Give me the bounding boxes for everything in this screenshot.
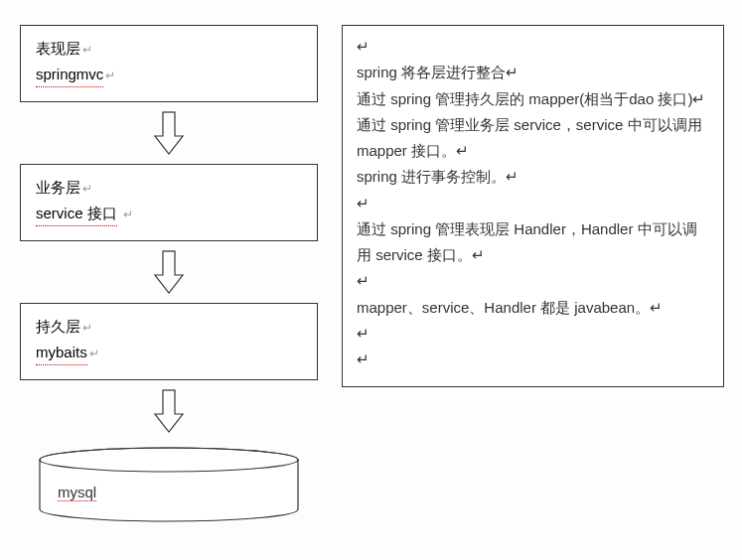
return-mark: ↵ [123, 208, 133, 221]
arrow-down-3 [20, 380, 318, 442]
desc-line: spring 将各层进行整合↵ [357, 60, 709, 85]
arrow-down-icon [149, 388, 189, 434]
return-mark: ↵ [82, 321, 92, 335]
description-box: ↵ spring 将各层进行整合↵ 通过 spring 管理持久层的 mappe… [342, 25, 724, 387]
layer-title: 持久层↵ [36, 314, 302, 340]
desc-line: ↵ [357, 34, 709, 60]
desc-line: 通过 spring 管理表现层 Handler，Handler 中可以调用 se… [357, 216, 709, 269]
layer-title-text: 持久层 [36, 318, 80, 335]
database-label: mysql [58, 484, 96, 500]
layer-title-text: 业务层 [36, 179, 80, 196]
return-mark: ↵ [82, 43, 92, 57]
arrow-down-icon [149, 110, 189, 156]
database-cylinder: mysql [30, 446, 308, 525]
svg-rect-8 [164, 413, 175, 416]
layer-tech-row: springmvc↵ [36, 62, 302, 87]
desc-line: ↵ [357, 321, 709, 347]
svg-marker-4 [155, 275, 183, 293]
desc-line: 通过 spring 管理业务层 service，service 中可以调用 ma… [357, 112, 709, 165]
arrow-down-icon [149, 249, 189, 295]
layer-tech-text: mybaits [36, 340, 87, 365]
desc-line: mapper、service、Handler 都是 javabean。↵ [357, 295, 709, 321]
desc-line: ↵ [357, 268, 709, 294]
architecture-column: 表现层↵ springmvc↵ 业务层↵ service 接口 ↵ 持久层↵ [20, 25, 318, 525]
svg-rect-5 [164, 274, 175, 277]
layer-tech-row: mybaits↵ [36, 340, 302, 365]
desc-line: ↵ [357, 191, 709, 216]
desc-line: 通过 spring 管理持久层的 mapper(相当于dao 接口)↵ [357, 86, 709, 112]
arrow-down-2 [20, 241, 318, 303]
svg-marker-7 [155, 414, 183, 432]
svg-marker-1 [155, 136, 183, 154]
layer-persistence: 持久层↵ mybaits↵ [20, 303, 318, 380]
return-mark: ↵ [82, 182, 92, 196]
layer-tech-text: springmvc [36, 62, 103, 87]
return-mark: ↵ [89, 347, 99, 360]
svg-rect-3 [163, 251, 175, 275]
layer-tech-row: service 接口 ↵ [36, 201, 302, 226]
desc-line: ↵ [357, 347, 709, 372]
svg-rect-2 [164, 135, 175, 138]
layer-title: 业务层↵ [36, 175, 302, 201]
arrow-down-1 [20, 102, 318, 164]
svg-rect-6 [163, 390, 175, 414]
layer-presentation: 表现层↵ springmvc↵ [20, 25, 318, 102]
layer-title: 表现层↵ [36, 36, 302, 62]
layer-title-text: 表现层 [36, 40, 80, 57]
layer-business: 业务层↵ service 接口 ↵ [20, 164, 318, 241]
return-mark: ↵ [105, 69, 115, 82]
layer-tech-text: service 接口 [36, 201, 117, 226]
svg-rect-0 [163, 112, 175, 136]
desc-line: spring 进行事务控制。↵ [357, 164, 709, 190]
